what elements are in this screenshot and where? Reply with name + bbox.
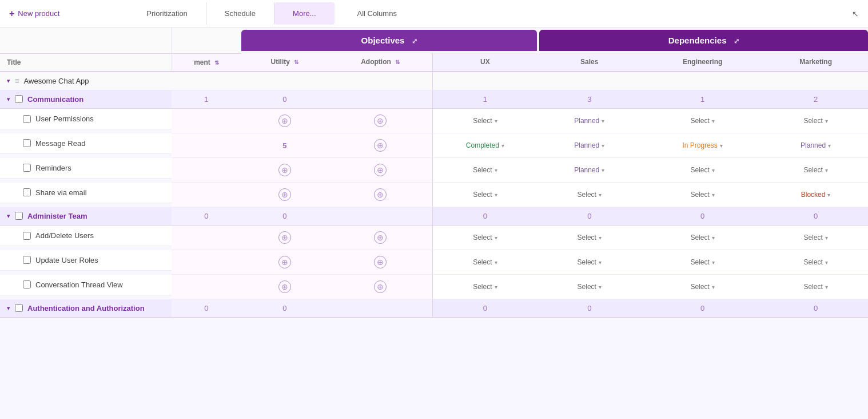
item-uur-add-utility[interactable]: ⊕ [278, 256, 291, 268]
item-ctv-dep3: Select ▾ [642, 275, 763, 299]
new-product-button[interactable]: + New product [9, 9, 59, 19]
item-up-obj1 [172, 109, 241, 133]
item-checkbox-reminders[interactable] [23, 164, 31, 172]
item-mr-dep1: Completed ▾ [433, 133, 537, 158]
chevron-down-icon: ▾ [599, 284, 602, 290]
chevron-down-icon: ▾ [712, 259, 715, 266]
item-checkbox-message-read[interactable] [23, 139, 31, 147]
table-container: Objectives ⤢ Dependencies ⤢ Title m [0, 27, 868, 419]
item-sve-mkt-blocked[interactable]: Blocked ▾ [796, 188, 836, 201]
item-title-share-via-email: Share via email [0, 183, 172, 203]
item-mr-ux-completed[interactable]: Completed ▾ [461, 139, 509, 152]
item-uur-mkt-select[interactable]: Select ▾ [798, 256, 833, 268]
item-title-update-user-roles: Update User Roles [0, 250, 172, 271]
item-rem-obj1 [172, 158, 241, 183]
tab-schedule[interactable]: Schedule [206, 2, 274, 25]
app-chevron[interactable]: ▾ [7, 77, 10, 85]
tab-prioritization[interactable]: Prioritization [128, 2, 206, 25]
item-rem-ux-select[interactable]: Select ▾ [468, 164, 502, 176]
group-checkbox-administer-team[interactable] [15, 212, 23, 220]
item-rem-sales-planned[interactable]: Planned ▾ [569, 164, 610, 176]
item-up-ux-select[interactable]: Select ▾ [468, 114, 502, 127]
item-uur-ux-select[interactable]: Select ▾ [468, 256, 502, 268]
item-ctv-add-adoption[interactable]: ⊕ [374, 280, 387, 293]
item-uur-dep4: Select ▾ [763, 250, 868, 275]
item-ctv-eng-select[interactable]: Select ▾ [686, 280, 720, 293]
item-mr-mkt-planned[interactable]: Planned ▾ [795, 139, 836, 152]
item-checkbox-conversation-thread-view[interactable] [23, 280, 31, 288]
new-product-label: New product [18, 9, 59, 18]
item-up-add-utility[interactable]: ⊕ [278, 114, 291, 127]
col-header-adoption: Adoption ⇅ [328, 53, 433, 72]
item-row-conversation-thread-view: Conversation Thread View ⊕ ⊕ Select ▾ [0, 275, 868, 299]
item-sve-dep3: Select ▾ [642, 183, 763, 207]
item-mr-sales-planned[interactable]: Planned ▾ [569, 139, 610, 152]
item-up-eng-select[interactable]: Select ▾ [686, 114, 720, 127]
item-title-conversation-thread-view: Conversation Thread View [0, 275, 172, 295]
top-bar: + New product Prioritization Schedule Mo… [0, 0, 868, 27]
col-header-sales: Sales [537, 53, 642, 72]
item-sve-dep2: Select ▾ [537, 183, 642, 207]
group-at-obj2: 0 [241, 207, 328, 226]
item-rem-add-utility[interactable]: ⊕ [278, 164, 291, 176]
item-checkbox-share-via-email[interactable] [23, 188, 31, 196]
item-adu-ux-select[interactable]: Select ▾ [468, 231, 502, 244]
item-adu-mkt-select[interactable]: Select ▾ [798, 231, 833, 244]
item-sve-add-adoption[interactable]: ⊕ [374, 188, 387, 201]
item-ctv-obj1 [172, 275, 241, 299]
group-chevron-administer-team[interactable]: ▾ [7, 212, 10, 220]
item-title-reminders: Reminders [0, 158, 172, 179]
item-uur-sales-select[interactable]: Select ▾ [572, 256, 607, 268]
item-rem-dep3: Select ▾ [642, 158, 763, 183]
app-obj2 [241, 72, 328, 90]
item-mr-obj2: 5 [241, 133, 328, 158]
item-adu-sales-select[interactable]: Select ▾ [572, 231, 607, 244]
item-ctv-mkt-select[interactable]: Select ▾ [798, 280, 833, 293]
item-sve-eng-select[interactable]: Select ▾ [686, 188, 720, 201]
group-comm-dep2: 3 [537, 90, 642, 109]
item-uur-add-adoption[interactable]: ⊕ [374, 256, 387, 268]
item-adu-add-utility[interactable]: ⊕ [278, 231, 291, 244]
group-comm-dep4: 2 [763, 90, 868, 109]
col-header-marketing: Marketing [763, 53, 868, 72]
objectives-expand-icon: ⤢ [412, 37, 417, 45]
item-adu-add-adoption[interactable]: ⊕ [374, 231, 387, 244]
chevron-down-icon: ▾ [712, 284, 715, 290]
item-sve-sales-select[interactable]: Select ▾ [572, 188, 607, 201]
item-ctv-add-utility[interactable]: ⊕ [278, 280, 291, 293]
item-up-mkt-select[interactable]: Select ▾ [798, 114, 833, 127]
item-up-add-adoption[interactable]: ⊕ [374, 114, 387, 127]
item-adu-eng-select[interactable]: Select ▾ [686, 231, 720, 244]
item-uur-eng-select[interactable]: Select ▾ [686, 256, 720, 268]
plus-icon: + [9, 9, 14, 19]
item-mr-dep2: Planned ▾ [537, 133, 642, 158]
item-sve-ux-select[interactable]: Select ▾ [468, 188, 502, 201]
group-checkbox-auth[interactable] [15, 304, 23, 312]
item-uur-obj3: ⊕ [328, 250, 433, 275]
group-checkbox-communication[interactable] [15, 95, 23, 103]
group-chevron-auth[interactable]: ▾ [7, 305, 10, 312]
app-obj3 [328, 72, 433, 90]
item-checkbox-user-permissions[interactable] [23, 115, 31, 123]
objectives-section-header[interactable]: Objectives ⤢ [241, 30, 537, 51]
item-checkbox-add-delete-users[interactable] [23, 232, 31, 240]
item-rem-add-adoption[interactable]: ⊕ [374, 164, 387, 176]
item-up-sales-planned[interactable]: Planned ▾ [569, 114, 610, 127]
item-ctv-sales-select[interactable]: Select ▾ [572, 280, 607, 293]
dependencies-section-header[interactable]: Dependencies ⤢ [539, 30, 868, 51]
item-mr-dep3: In Progress ▾ [642, 133, 763, 158]
item-adu-dep1: Select ▾ [433, 226, 537, 250]
item-ctv-ux-select[interactable]: Select ▾ [468, 280, 502, 293]
item-rem-eng-select[interactable]: Select ▾ [686, 164, 720, 176]
tab-more[interactable]: More... [274, 2, 334, 25]
item-mr-dep4: Planned ▾ [763, 133, 868, 158]
chevron-down-icon: ▾ [495, 284, 497, 290]
item-rem-mkt-select[interactable]: Select ▾ [798, 164, 833, 176]
item-checkbox-update-user-roles[interactable] [23, 256, 31, 264]
item-mr-eng-inprogress[interactable]: In Progress ▾ [678, 139, 728, 152]
all-columns-button[interactable]: All Columns [344, 2, 411, 25]
group-chevron-communication[interactable]: ▾ [7, 96, 10, 103]
nav-tabs: Prioritization Schedule More... [128, 2, 334, 25]
item-sve-add-utility[interactable]: ⊕ [278, 188, 291, 201]
item-mr-add-adoption[interactable]: ⊕ [374, 139, 387, 152]
